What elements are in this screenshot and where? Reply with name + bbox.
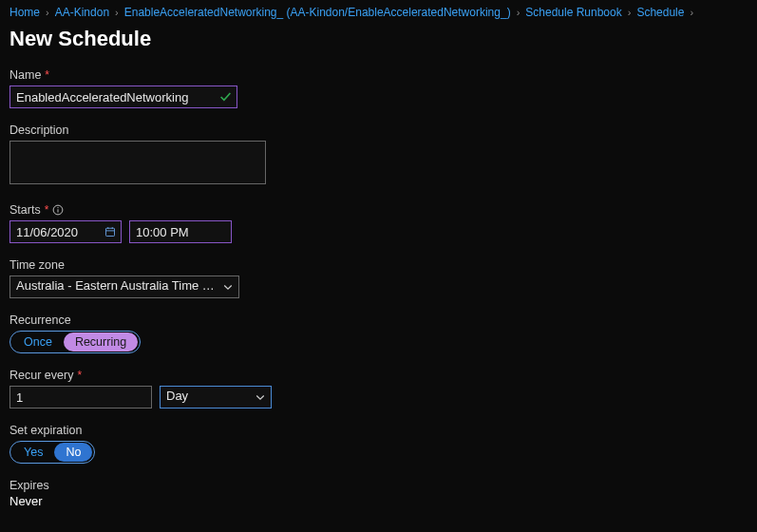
calendar-icon[interactable] <box>104 226 116 238</box>
required-indicator: * <box>45 203 49 217</box>
recurrence-option-once[interactable]: Once <box>12 332 64 352</box>
required-indicator: * <box>77 369 82 382</box>
timezone-select[interactable]: Australia - Eastern Australia Time (Sydn… <box>9 276 239 298</box>
name-label: Name* <box>9 68 748 82</box>
expiration-option-yes[interactable]: Yes <box>12 443 54 462</box>
chevron-right-icon: › <box>626 7 634 18</box>
checkmark-icon <box>219 91 232 104</box>
starts-label: Starts* <box>9 203 748 217</box>
expiration-option-no[interactable]: No <box>54 443 92 462</box>
breadcrumb-item[interactable]: Home <box>9 6 40 19</box>
recur-unit-select[interactable]: Day <box>160 386 272 408</box>
chevron-right-icon: › <box>44 7 51 18</box>
page-title: New Schedule <box>9 27 748 51</box>
expires-label: Expires <box>9 479 748 492</box>
svg-rect-3 <box>106 228 115 236</box>
breadcrumb-item[interactable]: EnableAcceleratedNetworking_ (AA-Kindon/… <box>124 6 511 19</box>
recurrence-label: Recurrence <box>9 314 748 327</box>
required-indicator: * <box>45 68 49 82</box>
recur-every-input[interactable] <box>9 386 152 408</box>
expires-value: Never <box>9 494 748 508</box>
start-time-input[interactable] <box>129 220 232 243</box>
timezone-label: Time zone <box>9 258 748 272</box>
breadcrumb-item[interactable]: Schedule <box>636 6 684 19</box>
chevron-right-icon: › <box>688 7 695 18</box>
breadcrumb: Home › AA-Kindon › EnableAcceleratedNetw… <box>9 4 748 25</box>
name-input[interactable] <box>9 86 237 108</box>
breadcrumb-item[interactable]: AA-Kindon <box>55 6 109 19</box>
chevron-right-icon: › <box>113 7 121 18</box>
chevron-right-icon: › <box>515 7 522 18</box>
set-expiration-toggle[interactable]: Yes No <box>9 441 95 464</box>
description-input[interactable] <box>9 141 266 184</box>
info-icon <box>52 204 64 216</box>
recurrence-toggle[interactable]: Once Recurring <box>9 331 141 353</box>
description-label: Description <box>9 124 748 137</box>
recur-every-label: Recur every* <box>9 369 748 382</box>
recurrence-option-recurring[interactable]: Recurring <box>64 332 138 352</box>
svg-point-2 <box>58 207 59 208</box>
breadcrumb-item[interactable]: Schedule Runbook <box>525 6 621 19</box>
set-expiration-label: Set expiration <box>9 424 748 437</box>
